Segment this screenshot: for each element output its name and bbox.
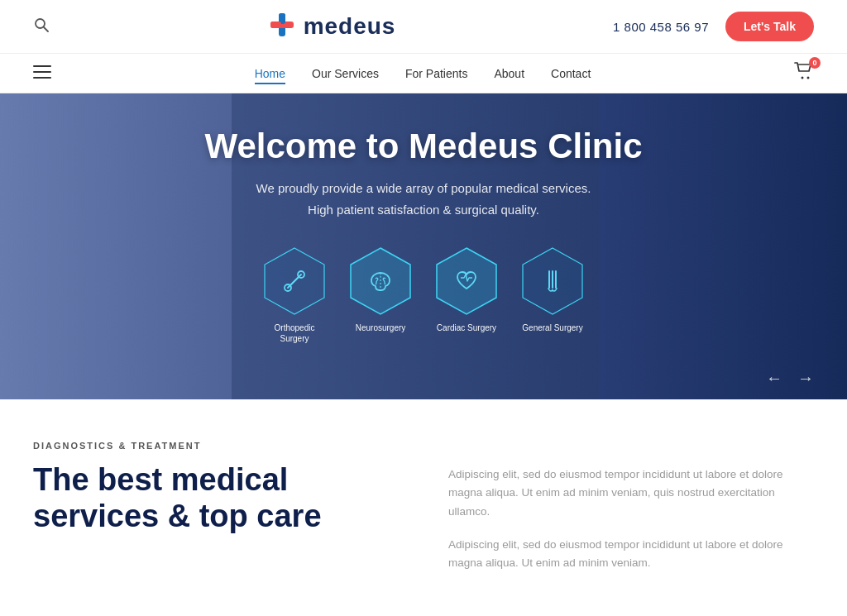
bottom-para-1: Adipiscing elit, sed do eiusmod tempor i… bbox=[448, 466, 814, 521]
cart-badge: 0 bbox=[809, 57, 821, 69]
hex-services-row: OrthopedicSurgery Neurosurgery bbox=[258, 245, 589, 344]
bottom-title: The best medical services & top care bbox=[33, 462, 399, 534]
svg-rect-5 bbox=[270, 21, 281, 28]
hero-section: Welcome to Medeus Clinic We proudly prov… bbox=[0, 93, 847, 399]
svg-rect-7 bbox=[33, 71, 51, 73]
hex-item-orthopedic[interactable]: OrthopedicSurgery bbox=[258, 245, 331, 344]
hex-shape-orthopedic bbox=[258, 245, 331, 318]
nav-link-about[interactable]: About bbox=[494, 67, 524, 80]
hero-title: Welcome to Medeus Clinic bbox=[205, 127, 643, 166]
next-arrow[interactable]: → bbox=[797, 369, 814, 388]
hex-shape-general bbox=[516, 245, 589, 318]
search-icon[interactable] bbox=[33, 17, 50, 37]
hex-shape-neuro bbox=[344, 245, 417, 318]
hex-shape-cardiac bbox=[430, 245, 503, 318]
nav-link-services[interactable]: Our Services bbox=[312, 67, 379, 80]
svg-point-0 bbox=[36, 19, 45, 28]
lets-talk-button[interactable]: Let's Talk bbox=[725, 12, 814, 41]
hex-item-neuro[interactable]: Neurosurgery bbox=[344, 245, 417, 344]
svg-line-1 bbox=[44, 27, 48, 31]
svg-line-15 bbox=[291, 278, 298, 284]
logo-icon bbox=[267, 10, 297, 43]
nav-item-contact[interactable]: Contact bbox=[551, 66, 591, 81]
nav-item-services[interactable]: Our Services bbox=[312, 66, 379, 81]
logo-text: medeus bbox=[304, 13, 396, 40]
nav-links: Home Our Services For Patients About Con… bbox=[255, 66, 591, 81]
cart-icon[interactable]: 0 bbox=[794, 62, 814, 84]
hex-label-cardiac: Cardiac Surgery bbox=[437, 322, 496, 333]
nav-link-patients[interactable]: For Patients bbox=[405, 67, 467, 80]
hex-label-general: General Surgery bbox=[522, 322, 582, 333]
svg-rect-8 bbox=[33, 77, 51, 79]
hex-item-general[interactable]: General Surgery bbox=[516, 245, 589, 344]
phone-number: 1 800 458 56 97 bbox=[613, 20, 709, 34]
logo: medeus bbox=[267, 10, 396, 43]
bottom-para-2: Adipiscing elit, sed do eiusmod tempor i… bbox=[448, 536, 814, 573]
nav-item-home[interactable]: Home bbox=[255, 66, 285, 81]
hex-label-neuro: Neurosurgery bbox=[356, 322, 406, 333]
svg-point-9 bbox=[801, 77, 803, 79]
top-bar: medeus 1 800 458 56 97 Let's Talk bbox=[0, 0, 847, 54]
prev-arrow[interactable]: ← bbox=[766, 369, 782, 388]
hamburger-icon[interactable] bbox=[33, 64, 51, 83]
bottom-right: Adipiscing elit, sed do eiusmod tempor i… bbox=[448, 441, 814, 572]
nav-item-patients[interactable]: For Patients bbox=[405, 66, 467, 81]
hex-item-cardiac[interactable]: Cardiac Surgery bbox=[430, 245, 503, 344]
svg-rect-6 bbox=[33, 65, 51, 67]
nav-link-contact[interactable]: Contact bbox=[551, 67, 591, 80]
diag-label: DIAGNOSTICS & TREATMENT bbox=[33, 441, 399, 451]
nav-item-about[interactable]: About bbox=[494, 66, 524, 81]
bottom-left: DIAGNOSTICS & TREATMENT The best medical… bbox=[33, 441, 399, 572]
hero-subtitle: We proudly provide a wide array of popul… bbox=[205, 178, 643, 220]
hex-label-orthopedic: OrthopedicSurgery bbox=[275, 322, 315, 344]
hero-arrows: ← → bbox=[766, 369, 814, 388]
bottom-section: DIAGNOSTICS & TREATMENT The best medical… bbox=[0, 399, 847, 597]
hero-content: Welcome to Medeus Clinic We proudly prov… bbox=[205, 127, 643, 245]
svg-point-10 bbox=[806, 77, 809, 79]
nav-bar: Home Our Services For Patients About Con… bbox=[0, 54, 847, 93]
nav-link-home[interactable]: Home bbox=[255, 67, 285, 84]
